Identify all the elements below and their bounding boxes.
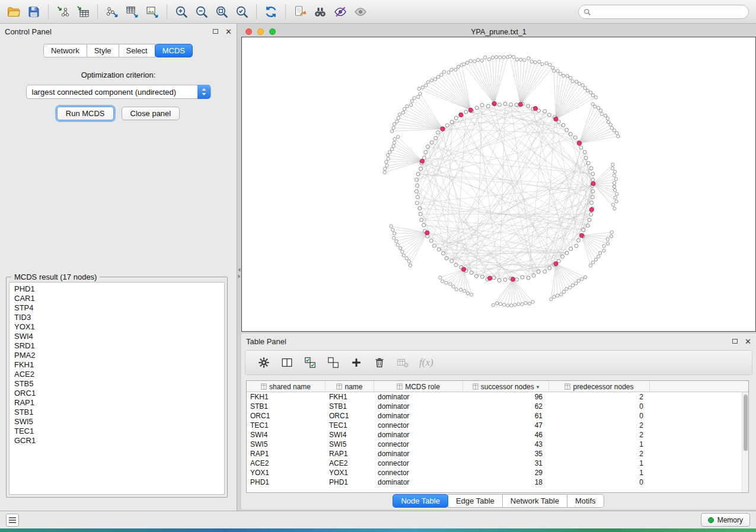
- cell-successor-nodes[interactable]: 62: [463, 402, 549, 411]
- import-network-button[interactable]: [53, 2, 73, 21]
- table-row[interactable]: FKH1FKH1dominator962: [247, 392, 748, 402]
- cell-MCDS-role[interactable]: dominator: [374, 392, 463, 402]
- gear-button[interactable]: [255, 354, 273, 371]
- table-tab-node-table[interactable]: Node Table: [393, 494, 448, 508]
- optimization-criterion-dropdown[interactable]: largest connected component (undirected): [26, 85, 211, 99]
- float-table-panel-icon[interactable]: [732, 339, 738, 344]
- network-canvas[interactable]: [241, 37, 756, 332]
- cell-successor-nodes[interactable]: 31: [463, 459, 549, 468]
- cell-predecessor-nodes[interactable]: 0: [549, 411, 650, 421]
- cell-MCDS-role[interactable]: connector: [374, 421, 463, 430]
- save-button[interactable]: [24, 2, 44, 21]
- float-panel-icon[interactable]: [213, 29, 218, 34]
- mcds-result-item[interactable]: CAR1: [9, 294, 224, 303]
- eye-button[interactable]: [350, 2, 371, 21]
- close-panel-button[interactable]: Close panel: [122, 107, 180, 120]
- cell-predecessor-nodes[interactable]: 1: [549, 440, 650, 449]
- table-row[interactable]: PHD1PHD1dominator180: [247, 477, 748, 487]
- cell-predecessor-nodes[interactable]: 2: [549, 449, 650, 459]
- column-header-predecessor-nodes[interactable]: predecessor nodes: [549, 381, 650, 392]
- close-table-panel-icon[interactable]: ✕: [745, 338, 751, 345]
- cell-MCDS-role[interactable]: dominator: [374, 449, 463, 459]
- cell-successor-nodes[interactable]: 46: [463, 430, 549, 440]
- cell-name[interactable]: FKH1: [326, 392, 374, 402]
- cell-shared-name[interactable]: TEC1: [247, 421, 326, 430]
- cell-successor-nodes[interactable]: 35: [463, 449, 549, 459]
- mcds-result-item[interactable]: YOX1: [9, 322, 224, 332]
- open-folder-button[interactable]: [4, 2, 24, 21]
- cell-successor-nodes[interactable]: 18: [463, 477, 549, 487]
- export-table-button[interactable]: [122, 2, 142, 21]
- cell-successor-nodes[interactable]: 47: [463, 421, 549, 430]
- tab-style[interactable]: Style: [87, 44, 119, 57]
- tab-mcds[interactable]: MCDS: [155, 44, 193, 57]
- column-button[interactable]: [278, 354, 296, 371]
- cell-MCDS-role[interactable]: connector: [374, 459, 463, 468]
- cell-shared-name[interactable]: FKH1: [247, 392, 326, 402]
- mcds-result-item[interactable]: GCR1: [9, 436, 224, 446]
- cell-predecessor-nodes[interactable]: 0: [549, 402, 650, 411]
- mcds-result-item[interactable]: SWI4: [9, 332, 224, 341]
- cell-successor-nodes[interactable]: 96: [463, 392, 549, 402]
- cell-MCDS-role[interactable]: dominator: [374, 402, 463, 411]
- mcds-result-item[interactable]: ACE2: [9, 370, 224, 379]
- table-tab-motifs[interactable]: Motifs: [567, 494, 604, 508]
- cell-shared-name[interactable]: ORC1: [247, 411, 326, 421]
- scrollbar-thumb[interactable]: [744, 395, 748, 451]
- cell-MCDS-role[interactable]: connector: [374, 468, 463, 477]
- cell-successor-nodes[interactable]: 61: [463, 411, 549, 421]
- run-mcds-button[interactable]: Run MCDS: [57, 107, 114, 120]
- memory-button[interactable]: Memory: [701, 513, 750, 527]
- import-table-button[interactable]: [73, 2, 93, 21]
- table-row[interactable]: STB1STB1dominator620: [247, 402, 748, 411]
- binoculars-button[interactable]: [310, 2, 330, 21]
- cell-predecessor-nodes[interactable]: 2: [549, 421, 650, 430]
- mcds-result-item[interactable]: FKH1: [9, 360, 224, 370]
- chevron-down-icon[interactable]: ▾: [537, 384, 540, 390]
- network-graph[interactable]: [242, 37, 755, 331]
- table-row[interactable]: ORC1ORC1dominator610: [247, 411, 748, 421]
- close-panel-icon[interactable]: ✕: [225, 28, 232, 36]
- cell-shared-name[interactable]: PHD1: [247, 477, 326, 487]
- refresh-button[interactable]: [261, 2, 281, 21]
- document-share-button[interactable]: [290, 2, 310, 21]
- column-header-name[interactable]: name: [326, 381, 374, 392]
- network-window-titlebar[interactable]: YPA_prune.txt_1: [241, 27, 756, 37]
- table-row[interactable]: ACE2ACE2connector311: [247, 459, 748, 468]
- zoom-out-button[interactable]: [192, 2, 212, 21]
- mcds-result-item[interactable]: TID3: [9, 313, 224, 322]
- search-input[interactable]: [594, 6, 748, 18]
- splitter-collapse-icon[interactable]: [237, 267, 241, 280]
- cell-predecessor-nodes[interactable]: 1: [549, 468, 650, 477]
- cell-MCDS-role[interactable]: dominator: [374, 411, 463, 421]
- unselect-all-button[interactable]: [324, 354, 342, 371]
- delete-table-button[interactable]: [394, 354, 412, 371]
- add-column-button[interactable]: [347, 354, 365, 371]
- zoom-selected-button[interactable]: [232, 2, 252, 21]
- status-menu-button[interactable]: [6, 514, 19, 527]
- cell-shared-name[interactable]: SWI4: [247, 430, 326, 440]
- mcds-result-item[interactable]: PMA2: [9, 351, 224, 360]
- table-row[interactable]: RAP1RAP1dominator352: [247, 449, 748, 459]
- cell-shared-name[interactable]: STB1: [247, 402, 326, 411]
- mcds-result-list[interactable]: PHD1CAR1STP4TID3YOX1SWI4SRD1PMA2FKH1ACE2…: [9, 282, 225, 495]
- mcds-result-item[interactable]: STP4: [9, 303, 224, 313]
- cell-name[interactable]: ORC1: [326, 411, 374, 421]
- cell-successor-nodes[interactable]: 43: [463, 440, 549, 449]
- table-row[interactable]: SWI5SWI5connector431: [247, 440, 748, 449]
- cell-name[interactable]: RAP1: [326, 449, 374, 459]
- search-field[interactable]: [578, 5, 749, 19]
- mcds-result-item[interactable]: SRD1: [9, 341, 224, 351]
- mcds-result-item[interactable]: SWI5: [9, 417, 224, 427]
- cell-shared-name[interactable]: SWI5: [247, 440, 326, 449]
- cell-predecessor-nodes[interactable]: 1: [549, 459, 650, 468]
- function-builder-button[interactable]: f(x): [419, 357, 433, 368]
- table-tab-network-table[interactable]: Network Table: [502, 494, 567, 508]
- cell-MCDS-role[interactable]: dominator: [374, 430, 463, 440]
- cell-predecessor-nodes[interactable]: 0: [549, 477, 650, 487]
- export-image-button[interactable]: [142, 2, 162, 21]
- cell-shared-name[interactable]: YOX1: [247, 468, 326, 477]
- zoom-in-button[interactable]: [171, 2, 192, 21]
- column-header-MCDS-role[interactable]: MCDS role: [374, 381, 463, 392]
- cell-MCDS-role[interactable]: connector: [374, 440, 463, 449]
